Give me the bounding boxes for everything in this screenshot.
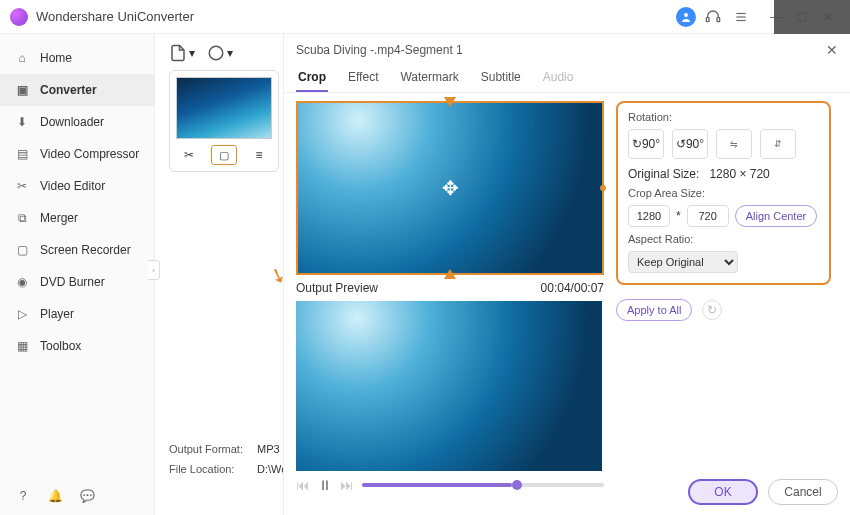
play-icon: ▷ bbox=[14, 306, 30, 322]
seek-knob[interactable] bbox=[512, 480, 522, 490]
aspect-ratio-label: Aspect Ratio: bbox=[628, 233, 819, 245]
crop-icon[interactable]: ▢ bbox=[211, 145, 237, 165]
sidebar: ⌂Home ▣Converter ⬇Downloader ▤Video Comp… bbox=[0, 34, 155, 515]
bell-icon[interactable]: 🔔 bbox=[46, 487, 64, 505]
svg-point-7 bbox=[209, 46, 223, 60]
merge-icon: ⧉ bbox=[14, 210, 30, 226]
toolbox-icon: ▦ bbox=[14, 338, 30, 354]
tab-subtitle[interactable]: Subtitle bbox=[479, 64, 523, 92]
sidebar-item-label: Converter bbox=[40, 83, 97, 97]
rotation-panel: Rotation: ↻90° ↺90° ⇋ ⇵ Original Size:12… bbox=[616, 101, 831, 285]
more-icon[interactable]: ≡ bbox=[246, 145, 272, 165]
output-preview-label: Output Preview bbox=[296, 281, 378, 295]
align-center-button[interactable]: Align Center bbox=[735, 205, 818, 227]
crop-size-label: Crop Area Size: bbox=[628, 187, 819, 199]
crop-handle-right[interactable] bbox=[600, 185, 606, 191]
multiply-label: * bbox=[676, 209, 681, 223]
add-folder-button[interactable]: ▾ bbox=[207, 44, 233, 62]
seek-fill bbox=[362, 483, 512, 487]
aspect-ratio-select[interactable]: Keep Original bbox=[628, 251, 738, 273]
apply-all-button[interactable]: Apply to All bbox=[616, 299, 692, 321]
seek-bar[interactable] bbox=[362, 483, 604, 487]
pause-button[interactable]: ⏸ bbox=[318, 477, 332, 493]
tab-effect[interactable]: Effect bbox=[346, 64, 380, 92]
download-icon: ⬇ bbox=[14, 114, 30, 130]
sidebar-item-toolbox[interactable]: ▦Toolbox bbox=[0, 330, 154, 362]
compress-icon: ▤ bbox=[14, 146, 30, 162]
sidebar-item-label: Player bbox=[40, 307, 74, 321]
sidebar-item-label: Video Editor bbox=[40, 179, 105, 193]
flip-vertical-button[interactable]: ⇵ bbox=[760, 129, 796, 159]
sidebar-item-label: Home bbox=[40, 51, 72, 65]
sidebar-item-downloader[interactable]: ⬇Downloader bbox=[0, 106, 154, 138]
crop-handle-bottom[interactable] bbox=[444, 269, 456, 279]
editor-close-icon[interactable]: ✕ bbox=[826, 42, 838, 58]
headset-icon[interactable] bbox=[702, 6, 724, 28]
svg-point-0 bbox=[684, 13, 688, 17]
clip-thumbnail[interactable] bbox=[176, 77, 272, 139]
chat-icon[interactable]: 💬 bbox=[78, 487, 96, 505]
cancel-button[interactable]: Cancel bbox=[768, 479, 838, 505]
flip-horizontal-button[interactable]: ⇋ bbox=[716, 129, 752, 159]
account-avatar[interactable] bbox=[676, 7, 696, 27]
app-logo-icon bbox=[10, 8, 28, 26]
orig-size-value: 1280 × 720 bbox=[709, 167, 769, 181]
crop-width-input[interactable] bbox=[628, 205, 670, 227]
help-icon[interactable]: ? bbox=[14, 487, 32, 505]
crop-handle-top[interactable] bbox=[444, 97, 456, 107]
editor-title: Scuba Diving -.mp4-Segment 1 bbox=[296, 43, 463, 57]
sidebar-item-label: Video Compressor bbox=[40, 147, 139, 161]
menu-icon[interactable] bbox=[730, 6, 752, 28]
svg-rect-2 bbox=[717, 17, 720, 21]
tab-watermark[interactable]: Watermark bbox=[398, 64, 460, 92]
titlebar: Wondershare UniConverter — ✕ bbox=[0, 0, 850, 34]
time-display: 00:04/00:07 bbox=[541, 281, 604, 295]
crop-height-input[interactable] bbox=[687, 205, 729, 227]
sidebar-item-label: DVD Burner bbox=[40, 275, 105, 289]
tab-crop[interactable]: Crop bbox=[296, 64, 328, 92]
sidebar-item-label: Merger bbox=[40, 211, 78, 225]
svg-rect-1 bbox=[706, 17, 709, 21]
move-icon[interactable]: ✥ bbox=[442, 176, 459, 200]
sidebar-item-label: Screen Recorder bbox=[40, 243, 131, 257]
output-format-label: Output Format: bbox=[169, 443, 247, 455]
home-icon: ⌂ bbox=[14, 50, 30, 66]
ok-button[interactable]: OK bbox=[688, 479, 758, 505]
video-preview-output bbox=[296, 301, 602, 471]
tab-audio[interactable]: Audio bbox=[541, 64, 576, 92]
recorder-icon: ▢ bbox=[14, 242, 30, 258]
sidebar-item-label: Downloader bbox=[40, 115, 104, 129]
sidebar-item-converter[interactable]: ▣Converter bbox=[0, 74, 154, 106]
app-title: Wondershare UniConverter bbox=[36, 9, 194, 24]
sidebar-item-editor[interactable]: ✂Video Editor bbox=[0, 170, 154, 202]
output-format-value[interactable]: MP3 bbox=[257, 443, 280, 455]
sidebar-item-dvd[interactable]: ◉DVD Burner bbox=[0, 266, 154, 298]
clip-card: ✂ ▢ ≡ bbox=[169, 70, 279, 172]
next-frame-button[interactable]: ⏭ bbox=[340, 477, 354, 493]
video-preview-source[interactable]: ✥ bbox=[298, 103, 602, 273]
file-location-label: File Location: bbox=[169, 463, 247, 475]
sidebar-item-compressor[interactable]: ▤Video Compressor bbox=[0, 138, 154, 170]
sidebar-item-player[interactable]: ▷Player bbox=[0, 298, 154, 330]
window-dark-overlay bbox=[774, 0, 850, 34]
sidebar-item-label: Toolbox bbox=[40, 339, 81, 353]
sidebar-item-recorder[interactable]: ▢Screen Recorder bbox=[0, 234, 154, 266]
add-file-button[interactable]: ▾ bbox=[169, 44, 195, 62]
rotation-label: Rotation: bbox=[628, 111, 819, 123]
editor-panel: Scuba Diving -.mp4-Segment 1 ✕ Crop Effe… bbox=[283, 34, 850, 515]
sidebar-item-home[interactable]: ⌂Home bbox=[0, 42, 154, 74]
reset-icon[interactable]: ↻ bbox=[702, 300, 722, 320]
trim-icon[interactable]: ✂ bbox=[176, 145, 202, 165]
prev-frame-button[interactable]: ⏮ bbox=[296, 477, 310, 493]
scissors-icon: ✂ bbox=[14, 178, 30, 194]
sidebar-item-merger[interactable]: ⧉Merger bbox=[0, 202, 154, 234]
disc-icon: ◉ bbox=[14, 274, 30, 290]
sidebar-collapse-handle[interactable]: ‹ bbox=[148, 260, 160, 280]
rotate-cw-button[interactable]: ↻90° bbox=[628, 129, 664, 159]
rotate-ccw-button[interactable]: ↺90° bbox=[672, 129, 708, 159]
crop-frame[interactable]: ✥ ➘ bbox=[296, 101, 604, 275]
orig-size-label: Original Size: bbox=[628, 167, 699, 181]
converter-icon: ▣ bbox=[14, 82, 30, 98]
